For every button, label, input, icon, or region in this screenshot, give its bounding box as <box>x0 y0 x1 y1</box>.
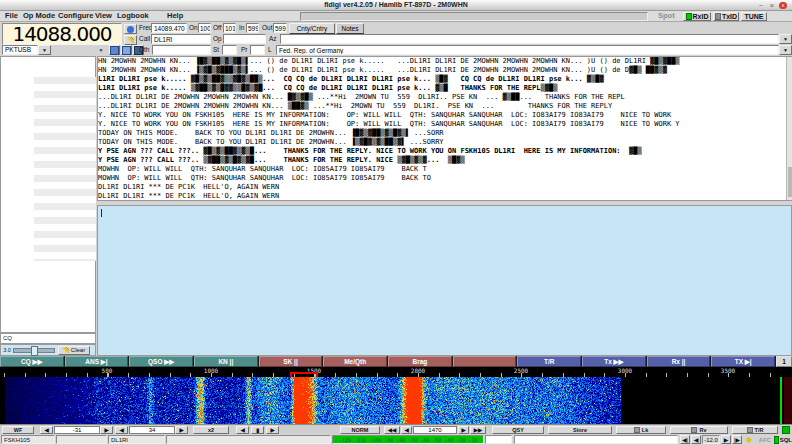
macro-sk-button[interactable]: SK || <box>259 356 323 367</box>
sql-up-button[interactable]: ▶ <box>721 435 731 444</box>
spot-button[interactable]: Spot <box>655 11 678 21</box>
tab-notes[interactable]: Notes <box>336 23 364 34</box>
menu-opmode[interactable]: Op Mode <box>20 11 58 21</box>
az-combo-arrow-icon[interactable]: ▼ <box>779 34 792 44</box>
freq-coarse-down-button[interactable]: ◀◀ <box>384 426 400 434</box>
freq-field[interactable]: 14089.470 <box>151 23 187 33</box>
country-combo-arrow-icon[interactable]: ▼ <box>779 45 792 55</box>
wf-range-value[interactable]: 34 <box>129 426 175 434</box>
in-field[interactable]: 599 <box>246 23 259 33</box>
freq-coarse-up-button[interactable]: ▶▶ <box>470 426 486 434</box>
off-field[interactable]: 1013 <box>223 23 236 33</box>
sql-level-value[interactable]: -12.0 <box>702 435 720 444</box>
browser-channel-rows[interactable] <box>34 77 96 261</box>
status-info-1 <box>56 435 107 444</box>
macro-set-button[interactable]: 1 <box>776 356 792 367</box>
waterfall-display[interactable] <box>0 377 792 424</box>
browser-cq-row[interactable]: CQ <box>0 333 96 344</box>
tx-text-area[interactable] <box>97 205 792 356</box>
txrx-toggle[interactable]: T/R <box>732 426 778 434</box>
macro-tx-button[interactable]: Tx ▶▶ <box>582 356 646 367</box>
wf-lower-right-button[interactable]: ▶ <box>100 426 113 434</box>
st-label: St <box>213 45 219 55</box>
tune-button[interactable]: TUNE <box>741 12 767 21</box>
tune-diamond-icon[interactable]: ◆ <box>744 435 754 444</box>
audio-freq-value[interactable]: 1470 <box>413 426 457 434</box>
mode-dropdown-button[interactable]: ▼ <box>38 45 51 55</box>
menu-file[interactable]: File <box>2 11 21 21</box>
wf-range-left-button[interactable]: ◀ <box>115 426 128 434</box>
clear-qso-fields-button[interactable] <box>124 35 137 45</box>
op-label: Op <box>213 34 222 44</box>
scrollbar-thumb[interactable] <box>788 167 792 197</box>
menu-logbook[interactable]: Logbook <box>114 11 152 21</box>
status-mode[interactable]: FSKH105 <box>1 435 55 444</box>
signal-browser-panel[interactable] <box>0 56 96 333</box>
close-icon[interactable]: x <box>779 2 787 9</box>
st-field[interactable] <box>222 45 237 55</box>
tab-cnty-cntry[interactable]: Cnty/Cntry <box>289 23 335 34</box>
macro-blank-button[interactable] <box>453 356 517 367</box>
slider-thumb[interactable] <box>31 346 38 356</box>
freq-up-button[interactable]: ▶ <box>458 426 469 434</box>
title-bar[interactable]: fldigi ver4.2.05 / Hamlib FT-897D - 2M0W… <box>0 0 792 11</box>
qso-start-button[interactable] <box>124 24 137 34</box>
store-button[interactable]: Store <box>548 426 612 434</box>
freq-down-button[interactable]: ◀ <box>401 426 412 434</box>
txid-button[interactable]: TxID <box>713 12 739 21</box>
on-field[interactable]: 1007 <box>198 23 211 33</box>
menu-view[interactable]: View <box>92 11 115 21</box>
macro-tr-button[interactable]: T/R <box>517 356 581 367</box>
browser-clear-button[interactable]: Clear <box>58 346 90 355</box>
status-call: DL1RI <box>108 435 165 444</box>
sql-min-button[interactable]: ◀| <box>680 435 690 444</box>
menu-help[interactable]: Help <box>164 11 186 21</box>
az-combo[interactable] <box>280 34 779 44</box>
sql-max-button[interactable]: |▶ <box>732 435 742 444</box>
lock-toggle[interactable]: Lk <box>616 426 666 434</box>
rx-line: L1RI DL1RI pse k..... ▒▓██▒▓▒█▓▓▒▒█▓▒▓█.… <box>98 84 791 93</box>
maximize-icon[interactable]: o <box>768 2 776 9</box>
macro-txend-button[interactable]: TX ▶| <box>711 356 775 367</box>
wf-range-right-button[interactable]: ▶ <box>175 426 188 434</box>
vfo-frequency-display[interactable]: 14088.000 <box>2 23 122 45</box>
sql-toggle[interactable]: SQL <box>774 435 792 444</box>
afc-toggle[interactable]: AFC <box>756 435 774 444</box>
broom-icon <box>63 347 69 353</box>
rx-scrollbar[interactable] <box>786 57 792 200</box>
macro-meqth-button[interactable]: Me/Qth <box>323 356 387 367</box>
wf-shift-left-button[interactable]: ◀ <box>236 426 249 434</box>
macro-kn-button[interactable]: KN || <box>194 356 258 367</box>
tune-label: TUNE <box>744 13 763 20</box>
rxid-button[interactable]: RxID <box>683 12 711 21</box>
macro-rx-button[interactable]: Rx || <box>647 356 711 367</box>
pr-field[interactable] <box>250 45 265 55</box>
wf-zoom-button[interactable]: x2 <box>193 426 229 434</box>
open-list-button[interactable] <box>109 45 120 55</box>
wf-mode-button[interactable]: WF <box>2 426 34 434</box>
macro-ans-button[interactable]: ANS ▶| <box>65 356 129 367</box>
op-field[interactable] <box>223 34 266 44</box>
macro-qso-button[interactable]: QSO ▶▶ <box>129 356 193 367</box>
country-combo[interactable]: Fed. Rep. of Germany <box>276 45 779 55</box>
toolbar-arrow-button[interactable]: ▼ <box>95 45 107 55</box>
reverse-toggle[interactable]: Rv <box>670 426 728 434</box>
qsy-button[interactable]: QSY <box>492 426 544 434</box>
macro-brag-button[interactable]: Brag <box>388 356 452 367</box>
wf-speed-button[interactable]: NORM <box>340 426 380 434</box>
out-field[interactable]: 599 <box>273 23 287 33</box>
wf-center-button[interactable]: ▮ <box>251 426 264 434</box>
minimize-icon[interactable]: – <box>757 2 765 9</box>
wf-shift-right-button[interactable]: ▶ <box>266 426 279 434</box>
call-field[interactable]: DL1RI <box>151 34 211 44</box>
sql-down-button[interactable]: ◀ <box>691 435 701 444</box>
rx-text-area[interactable]: HN 2MOWHN 2MOWHN KN... ▐█▓▒██▒▓▒▓█▒▌... … <box>97 56 792 201</box>
wf-ref-level-value[interactable]: -31 <box>54 426 100 434</box>
macro-cq-button[interactable]: CQ ▶▶ <box>0 356 64 367</box>
mode-select[interactable]: PKTUSB <box>2 45 38 55</box>
browser-squelch-slider[interactable] <box>13 348 55 353</box>
menu-configure[interactable]: Configure <box>55 11 96 21</box>
wf-lower-left-button[interactable]: ◀ <box>40 426 53 434</box>
qth-field[interactable] <box>152 45 211 55</box>
open-log-button[interactable] <box>121 45 132 55</box>
